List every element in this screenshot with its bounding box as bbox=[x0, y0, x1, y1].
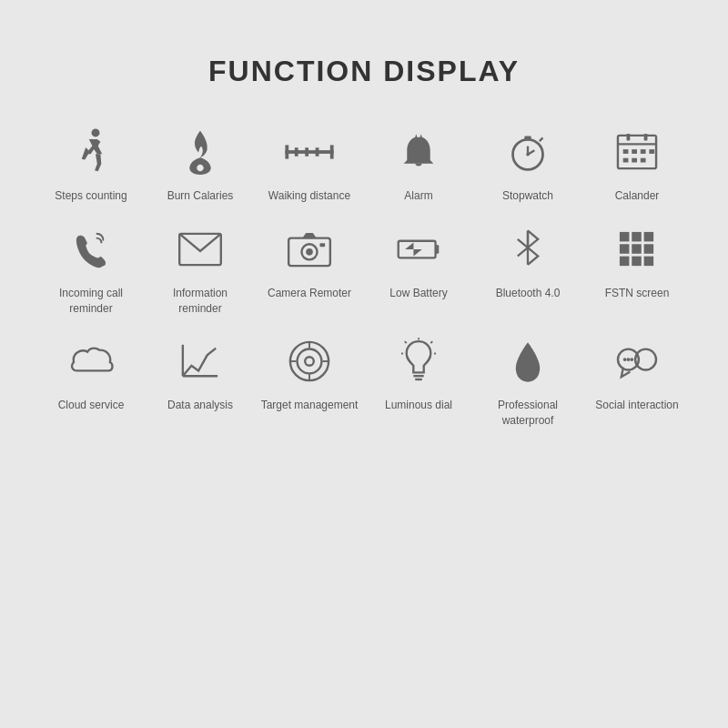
feature-item-steps-counting: Steps counting bbox=[41, 125, 141, 204]
feature-item-stopwatch: Stopwatch bbox=[478, 125, 578, 204]
cloud-icon bbox=[64, 334, 118, 389]
svg-line-34 bbox=[518, 239, 528, 248]
svg-rect-19 bbox=[623, 149, 629, 154]
feature-label-low-battery: Low Battery bbox=[389, 286, 447, 301]
svg-point-29 bbox=[306, 248, 313, 256]
svg-rect-4 bbox=[295, 147, 298, 157]
svg-point-49 bbox=[305, 358, 314, 367]
feature-label-data-analysis: Data analysis bbox=[167, 398, 233, 413]
svg-rect-3 bbox=[330, 145, 334, 158]
feature-label-incoming-call: Incoming call reminder bbox=[41, 286, 141, 317]
feature-label-fstn-screen: FSTN screen bbox=[605, 286, 670, 301]
svg-line-57 bbox=[405, 342, 407, 344]
feature-label-bluetooth: Bluetooth 4.0 bbox=[496, 286, 561, 301]
svg-rect-32 bbox=[436, 245, 440, 253]
distance-icon bbox=[282, 125, 337, 179]
feature-item-bluetooth: Bluetooth 4.0 bbox=[478, 222, 578, 317]
chart-icon bbox=[173, 334, 228, 389]
feature-item-fstn-screen: FSTN screen bbox=[587, 222, 687, 317]
grid-icon bbox=[610, 222, 664, 277]
svg-rect-17 bbox=[627, 134, 631, 141]
svg-point-7 bbox=[417, 134, 421, 138]
svg-rect-20 bbox=[632, 149, 637, 154]
svg-line-58 bbox=[430, 342, 432, 344]
feature-item-target-management: Target management bbox=[259, 334, 359, 429]
feature-item-burn-calories: Burn Calaries bbox=[150, 125, 250, 204]
feature-item-data-analysis: Data analysis bbox=[150, 334, 250, 429]
bluetooth-icon bbox=[500, 222, 555, 277]
svg-line-35 bbox=[518, 248, 528, 256]
feature-item-luminous-dial: Luminous dial bbox=[369, 334, 469, 429]
envelope-icon bbox=[173, 222, 228, 277]
svg-rect-36 bbox=[620, 232, 630, 242]
svg-rect-25 bbox=[641, 158, 646, 163]
feature-label-camera-remote: Camera Remoter bbox=[268, 286, 351, 301]
svg-rect-40 bbox=[632, 244, 642, 254]
feature-item-incoming-call: Incoming call reminder bbox=[41, 222, 141, 317]
bell-icon bbox=[391, 125, 446, 179]
calendar-icon bbox=[610, 125, 664, 179]
drop-icon bbox=[500, 334, 555, 389]
feature-label-cloud-service: Cloud service bbox=[58, 398, 125, 413]
feature-item-calendar: Calander bbox=[587, 125, 687, 204]
svg-rect-21 bbox=[641, 149, 646, 154]
phone-icon bbox=[64, 222, 118, 277]
svg-rect-37 bbox=[632, 232, 642, 242]
feature-item-alarm: Alarm bbox=[369, 125, 469, 204]
svg-rect-41 bbox=[644, 244, 654, 254]
feature-label-professional-waterproof: Professional waterproof bbox=[478, 398, 578, 429]
svg-rect-6 bbox=[316, 147, 319, 157]
svg-rect-1 bbox=[285, 150, 333, 154]
svg-point-63 bbox=[623, 359, 627, 362]
feature-item-camera-remote: Camera Remoter bbox=[259, 222, 359, 317]
svg-rect-38 bbox=[644, 232, 654, 242]
feature-item-low-battery: Low Battery bbox=[369, 222, 469, 317]
features-grid: Steps countingBurn CalariesWaiking dista… bbox=[41, 125, 687, 429]
feature-label-target-management: Target management bbox=[261, 398, 359, 413]
svg-rect-42 bbox=[620, 256, 630, 266]
chat-icon bbox=[610, 334, 664, 389]
svg-rect-18 bbox=[644, 134, 648, 141]
svg-rect-5 bbox=[305, 147, 308, 157]
svg-rect-44 bbox=[644, 256, 654, 266]
svg-rect-22 bbox=[649, 149, 654, 154]
svg-line-14 bbox=[540, 137, 543, 141]
feature-label-luminous-dial: Luminous dial bbox=[385, 398, 452, 413]
feature-item-social-interaction: Social interaction bbox=[587, 334, 687, 429]
camera-icon bbox=[282, 222, 337, 277]
bulb-icon bbox=[391, 334, 446, 389]
feature-item-professional-waterproof: Professional waterproof bbox=[478, 334, 578, 429]
feature-label-walking-distance: Waiking distance bbox=[268, 188, 350, 204]
svg-point-65 bbox=[630, 359, 633, 362]
feature-item-walking-distance: Waiking distance bbox=[259, 125, 359, 204]
feature-label-social-interaction: Social interaction bbox=[595, 398, 678, 413]
feature-label-alarm: Alarm bbox=[404, 188, 432, 204]
stopwatch-icon bbox=[500, 125, 555, 179]
flame-icon bbox=[173, 125, 228, 179]
svg-rect-23 bbox=[623, 158, 629, 163]
feature-label-information-reminder: Information reminder bbox=[150, 286, 250, 317]
svg-point-64 bbox=[627, 359, 631, 362]
target-icon bbox=[282, 334, 337, 389]
svg-rect-39 bbox=[620, 244, 630, 254]
feature-item-cloud-service: Cloud service bbox=[41, 334, 141, 429]
feature-label-stopwatch: Stopwatch bbox=[502, 188, 553, 204]
running-icon bbox=[64, 125, 118, 179]
svg-point-0 bbox=[91, 128, 99, 136]
feature-label-calendar: Calander bbox=[615, 188, 660, 204]
svg-rect-24 bbox=[632, 158, 637, 163]
feature-item-information-reminder: Information reminder bbox=[150, 222, 250, 317]
svg-point-48 bbox=[298, 349, 322, 374]
svg-rect-12 bbox=[524, 136, 531, 140]
svg-rect-30 bbox=[319, 243, 325, 247]
svg-rect-2 bbox=[285, 145, 288, 158]
feature-label-steps-counting: Steps counting bbox=[55, 188, 126, 204]
page-title: FUNCTION DISPLAY bbox=[208, 55, 520, 88]
svg-rect-43 bbox=[632, 256, 642, 266]
battery-icon bbox=[391, 222, 446, 277]
feature-label-burn-calories: Burn Calaries bbox=[167, 188, 234, 204]
